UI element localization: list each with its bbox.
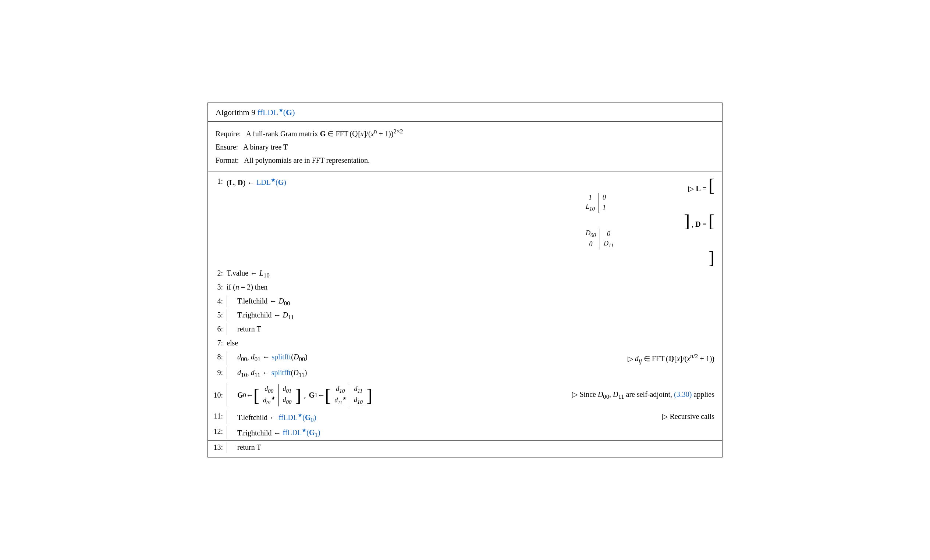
line-number-8: 8: (208, 351, 226, 361)
line-text-6: return T (237, 325, 722, 333)
indent-bar-8 (226, 351, 227, 365)
line-number-7: 7: (208, 338, 226, 347)
line-text-9: d10, d11 ← splitfft(D11) (237, 368, 722, 379)
line-text-7: else (226, 339, 722, 347)
algorithm-title-func: ffLDL★(G) (257, 108, 295, 117)
algorithm-body: 1: (L, D) ← LDL★(G) ▷ L = [ 1 0 L1 (208, 172, 722, 457)
algorithm-header: Algorithm 9 ffLDL★(G) (208, 103, 722, 122)
line-6: 6: return T (208, 322, 722, 336)
matrix-G0-right: ] (295, 387, 301, 403)
line-content-13: return T (230, 442, 722, 452)
line-4: 4: T.leftchild ← D00 (208, 295, 722, 308)
matrix-D: D00 0 0 D11 (582, 229, 617, 250)
line-content-10: G0 ← [ d00 d01 d01★ d00 ] , G1 (230, 383, 722, 407)
line-text-8: d00, d01 ← splitfft(D00) (237, 353, 582, 363)
line-11: 11: T.leftchild ← ffLDL★(G0) ▷ Recursive… (208, 409, 722, 425)
line-number-1: 1: (208, 176, 226, 186)
right-bracket-D: ] (708, 248, 714, 267)
line-content-7: else (226, 338, 722, 347)
splitfft-func-9: splitfft (271, 368, 291, 377)
reference-3-30: (3.30) (674, 390, 691, 398)
line-text-11: T.leftchild ← ffLDL★(G0) (237, 412, 582, 423)
indent-bar-10 (226, 383, 227, 407)
line-number-10: 10: (208, 390, 226, 399)
preconditions: Require: A full-rank Gram matrix G ∈ FFT… (208, 122, 722, 172)
line-text-4: T.leftchild ← D00 (237, 297, 722, 307)
line-number-13: 13: (208, 442, 226, 452)
line-comment-1: ▷ L = [ 1 0 L10 1 ] , D = [ (582, 177, 722, 265)
ensure-line: Ensure: A binary tree T (216, 140, 714, 153)
line-3: 3: if (n = 2) then (208, 280, 722, 295)
splitfft-func-8: splitfft (271, 353, 291, 361)
ffldl-func-11: ffLDL★(G0) (279, 413, 316, 422)
indent-bar-12 (226, 426, 227, 439)
matrix-G1-left: [ (325, 387, 331, 403)
line-number-12: 12: (208, 426, 226, 436)
line-content-12: T.rightchild ← ffLDL★(G1) (230, 426, 722, 439)
line-7: 7: else (208, 336, 722, 350)
line-12: 12: T.rightchild ← ffLDL★(G1) (208, 425, 722, 440)
line-number-3: 3: (208, 281, 226, 292)
line-text-2: T.value ← L10 (226, 269, 722, 279)
indent-bar-11 (226, 410, 227, 423)
line-2: 2: T.value ← L10 (208, 266, 722, 280)
line-10: 10: G0 ← [ d00 d01 d01★ d00 (208, 380, 722, 409)
line-content-8: d00, d01 ← splitfft(D00) ▷ dij ∈ FFT (ℚ[… (230, 351, 722, 365)
require-label: Require: A full-rank Gram matrix G ∈ FFT (216, 130, 350, 138)
line-content-4: T.leftchild ← D00 (230, 295, 722, 307)
ffldl-func-12: ffLDL★(G1) (283, 428, 320, 437)
matrix-G1-right: ] (366, 387, 372, 403)
require-math: (ℚ[x]/(xn + 1))2×2 (350, 130, 403, 138)
matrix-G0-left: [ (254, 387, 259, 403)
line-5: 5: T.rightchild ← D11 (208, 308, 722, 322)
line-number-4: 4: (208, 295, 226, 305)
line-content-5: T.rightchild ← D11 (230, 309, 722, 321)
format-line: Format: All polynomials are in FFT repre… (216, 153, 714, 167)
indent-bar-6 (226, 323, 227, 335)
line-text-3: if (n = 2) then (226, 283, 722, 292)
ldl-func: LDL★(G) (256, 178, 286, 186)
line-number-5: 5: (208, 309, 226, 319)
line-9: 9: d10, d11 ← splitfft(D11) (208, 366, 722, 380)
line-content-6: return T (230, 323, 722, 333)
line-text-10: G0 ← [ d00 d01 d01★ d00 ] , G1 (237, 384, 572, 407)
indent-bar-9 (226, 367, 227, 379)
algorithm-box: Algorithm 9 ffLDL★(G) Require: A full-ra… (208, 103, 722, 457)
line-comment-10: ▷ Since D00, D11 are self-adjoint, (3.30… (572, 390, 722, 400)
line-text-5: T.rightchild ← D11 (237, 311, 722, 321)
algorithm-number: Algorithm 9 (216, 108, 257, 117)
ensure-label: Ensure: A binary tree T (216, 143, 288, 151)
line-number-11: 11: (208, 410, 226, 420)
line-content-3: if (n = 2) then (226, 281, 722, 292)
line-number-9: 9: (208, 367, 226, 377)
line-text-12: T.rightchild ← ffLDL★(G1) (237, 427, 722, 439)
line-13: 13: return T (208, 440, 722, 454)
matrix-G0: d00 d01 d01★ d00 (259, 384, 296, 407)
line-1: 1: (L, D) ← LDL★(G) ▷ L = [ 1 0 L1 (208, 175, 722, 266)
require-line: Require: A full-rank Gram matrix G ∈ FFT… (216, 126, 714, 140)
indent-bar-5 (226, 309, 227, 321)
line-8: 8: d00, d01 ← splitfft(D00) ▷ dij ∈ FFT … (208, 350, 722, 366)
line-number-6: 6: (208, 323, 226, 333)
left-bracket-L: [ (708, 175, 714, 195)
format-label: Format: All polynomials are in FFT repre… (216, 156, 370, 164)
line-text-1: (L, D) ← LDL★(G) (226, 177, 582, 187)
line-comment-11: ▷ Recursive calls (582, 412, 722, 421)
indent-bar-4 (226, 295, 227, 307)
indent-bar-13 (226, 442, 227, 453)
line-comment-8: ▷ dij ∈ FFT (ℚ[x]/(xn/2 + 1)) (582, 353, 722, 365)
left-bracket-D: [ (708, 211, 714, 230)
matrix-G1: d10 d11 d11★ d10 (331, 384, 366, 407)
line-number-2: 2: (208, 267, 226, 278)
line-content-9: d10, d11 ← splitfft(D11) (230, 367, 722, 379)
line-content-2: T.value ← L10 (226, 267, 722, 279)
line-text-13: return T (237, 443, 722, 452)
line-content-1: (L, D) ← LDL★(G) ▷ L = [ 1 0 L10 1 (226, 176, 722, 265)
line-content-11: T.leftchild ← ffLDL★(G0) ▷ Recursive cal… (230, 410, 722, 423)
right-bracket-L: ] (684, 211, 690, 230)
matrix-L: 1 0 L10 1 (582, 193, 610, 213)
